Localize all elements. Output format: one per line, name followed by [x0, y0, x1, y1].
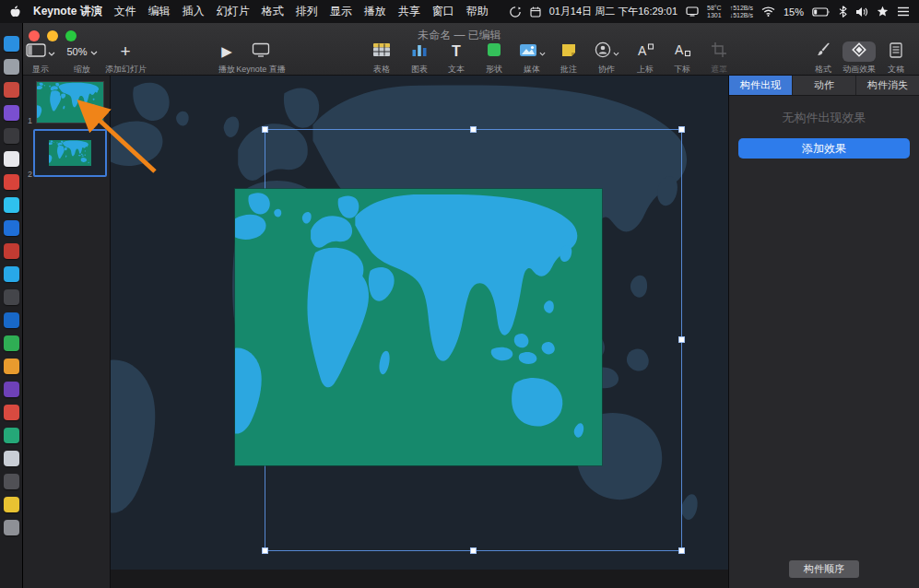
menu-app-name[interactable]: Keynote 讲演	[33, 4, 102, 19]
dock-app-icon[interactable]	[4, 243, 19, 259]
dock-app-icon[interactable]	[4, 451, 19, 466]
menu-list-icon[interactable]	[897, 6, 910, 17]
chart-icon	[410, 42, 429, 61]
add-effect-button[interactable]: 添加效果	[738, 138, 910, 159]
sync-icon[interactable]	[509, 6, 522, 18]
superscript-button[interactable]: A 上标	[625, 41, 666, 76]
resize-handle-bottom-right[interactable]	[678, 547, 685, 554]
media-icon	[519, 43, 537, 61]
slide-number: 1	[28, 116, 32, 125]
insert-chart-button[interactable]: 图表	[399, 41, 440, 76]
menu-slide[interactable]: 幻灯片	[217, 4, 250, 19]
menu-bar: Keynote 讲演 文件 编辑 插入 幻灯片 格式 排列 显示 播放 共享 窗…	[0, 0, 919, 23]
resize-handle-top-right[interactable]	[678, 126, 685, 133]
keynote-live-button[interactable]: Keynote 直播	[231, 41, 290, 76]
status-network-speed[interactable]: ↑512B/s ↓512B/s	[730, 5, 753, 18]
plus-icon: +	[120, 41, 130, 62]
resize-handle-bottom-middle[interactable]	[470, 547, 477, 554]
menu-file[interactable]: 文件	[114, 4, 136, 19]
slide-thumbnail-1[interactable]	[36, 81, 104, 123]
dock-app-icon[interactable]	[4, 59, 19, 75]
bluetooth-icon[interactable]	[839, 6, 847, 18]
world-map-thumbnail	[49, 140, 91, 166]
menu-play[interactable]: 播放	[364, 4, 386, 19]
dock-app-icon[interactable]	[4, 197, 19, 213]
world-map-image	[235, 189, 602, 465]
subscript-button[interactable]: A 下标	[662, 41, 702, 76]
add-slide-button[interactable]: + 添加幻灯片	[105, 41, 146, 76]
menu-format[interactable]: 格式	[262, 4, 284, 19]
insert-shape-button[interactable]: 形状	[474, 41, 514, 76]
chevron-down-icon	[90, 46, 98, 57]
battery-icon[interactable]	[812, 7, 831, 17]
dock-app-icon[interactable]	[4, 82, 19, 98]
mask-icon	[711, 41, 727, 62]
dock-app-icon[interactable]	[4, 520, 19, 535]
resize-handle-top-left[interactable]	[262, 126, 268, 133]
resize-handle-bottom-left[interactable]	[262, 547, 268, 554]
dock-app-icon[interactable]	[4, 174, 19, 190]
insert-media-button[interactable]: 媒体	[512, 41, 552, 76]
dock	[0, 23, 23, 588]
slide-canvas[interactable]	[111, 76, 728, 588]
dock-app-icon[interactable]	[4, 497, 19, 512]
star-icon[interactable]	[877, 6, 889, 18]
apple-logo-icon[interactable]	[9, 6, 21, 18]
view-button[interactable]: 显示	[20, 41, 61, 76]
menu-view[interactable]: 显示	[330, 4, 352, 19]
wifi-icon[interactable]	[761, 6, 775, 17]
insert-text-button[interactable]: T 文本	[436, 41, 477, 76]
svg-text:A: A	[675, 42, 684, 57]
slide-number: 2	[28, 170, 32, 179]
document-panel-button[interactable]: 文稿	[876, 41, 916, 76]
status-datetime[interactable]: 01月14日 周二 下午16:29:01	[549, 5, 677, 18]
zoom-control[interactable]: 50% 缩放	[62, 41, 102, 76]
tab-build-in[interactable]: 构件出现	[729, 76, 793, 95]
comment-button[interactable]: 批注	[548, 41, 589, 76]
animate-panel-button[interactable]: 动画效果	[839, 41, 879, 76]
dock-app-icon[interactable]	[4, 335, 19, 351]
dock-app-icon[interactable]	[4, 359, 19, 374]
green-world-map-image[interactable]	[235, 189, 602, 465]
menu-insert[interactable]: 插入	[183, 4, 205, 19]
menu-share[interactable]: 共享	[398, 4, 420, 19]
no-effect-placeholder: 无构件出现效果	[729, 110, 919, 126]
animate-diamond-icon	[850, 41, 868, 62]
dock-app-icon[interactable]	[4, 36, 19, 52]
dock-app-icon[interactable]	[4, 312, 19, 328]
menu-window[interactable]: 窗口	[432, 4, 454, 19]
dock-app-icon[interactable]	[4, 405, 19, 420]
menu-status-area: 01月14日 周二 下午16:29:01 58°C 1301 ↑512B/s ↓…	[509, 5, 910, 18]
calendar-icon[interactable]	[530, 6, 541, 18]
svg-text:A: A	[638, 43, 647, 58]
insert-table-button[interactable]: 表格	[361, 41, 402, 76]
build-order-button[interactable]: 构件顺序	[789, 560, 859, 578]
slide-thumbnail-2-selected[interactable]	[33, 129, 107, 177]
slide-editing-area[interactable]	[111, 76, 728, 570]
menu-arrange[interactable]: 排列	[296, 4, 318, 19]
document-icon	[890, 42, 902, 62]
chevron-down-icon	[48, 43, 55, 60]
collaborate-button[interactable]: 协作	[586, 41, 627, 76]
dock-app-icon[interactable]	[4, 289, 19, 305]
dock-app-icon[interactable]	[4, 266, 19, 282]
menu-help[interactable]: 帮助	[466, 4, 489, 19]
dock-app-icon[interactable]	[4, 105, 19, 121]
green-map-mini	[49, 140, 91, 166]
dock-app-icon[interactable]	[4, 220, 19, 236]
window-titlebar: 未命名 — 已编辑 显示 50% 缩放	[0, 23, 919, 76]
tab-build-out[interactable]: 构件消失	[856, 76, 919, 95]
menu-edit[interactable]: 编辑	[148, 4, 171, 19]
dock-app-icon[interactable]	[4, 128, 19, 144]
tab-action[interactable]: 动作	[793, 76, 856, 95]
status-temperature[interactable]: 58°C 1301	[707, 5, 722, 18]
display-status-icon[interactable]	[686, 6, 699, 17]
resize-handle-top-middle[interactable]	[470, 126, 477, 133]
dock-app-icon[interactable]	[4, 151, 19, 167]
dock-app-icon[interactable]	[4, 474, 19, 489]
format-panel-button[interactable]: 格式	[803, 41, 843, 76]
dock-app-icon[interactable]	[4, 428, 19, 443]
volume-icon[interactable]	[855, 6, 868, 18]
dock-app-icon[interactable]	[4, 382, 19, 397]
resize-handle-middle-right[interactable]	[678, 336, 685, 343]
